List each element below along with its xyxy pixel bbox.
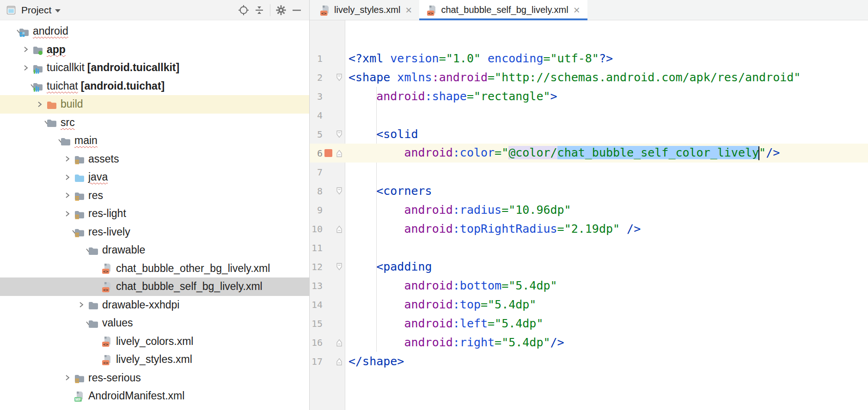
- code-line-1[interactable]: 1<?xml version="1.0" encoding="utf-8"?>: [310, 49, 868, 68]
- svg-text:<>: <>: [103, 342, 109, 347]
- chevron-down-icon[interactable]: [47, 137, 60, 145]
- code-text[interactable]: <shape xmlns:android="http://schemas.and…: [345, 71, 801, 84]
- tree-item-android[interactable]: android: [0, 22, 309, 41]
- code-line-6[interactable]: 6 android:color="@color/chat_bubble_self…: [310, 144, 868, 163]
- tree-item-label: tuicallkit: [47, 61, 85, 74]
- chevron-right-icon[interactable]: [61, 210, 74, 217]
- chevron-right-icon[interactable]: [61, 174, 74, 181]
- code-text[interactable]: <padding: [345, 260, 432, 273]
- chevron-down-icon[interactable]: [55, 9, 61, 12]
- fold-marker-up-icon[interactable]: [334, 149, 345, 157]
- resource-folder-icon: [74, 373, 85, 384]
- code-text[interactable]: <solid: [345, 127, 418, 141]
- toolbar-separator: [270, 4, 270, 16]
- code-text[interactable]: android:topRightRadius="2.19dp" />: [345, 222, 641, 235]
- hide-panel-icon[interactable]: [289, 2, 305, 18]
- fold-marker-up-icon[interactable]: [334, 338, 345, 347]
- tree-item-build[interactable]: build: [0, 95, 309, 114]
- module-folder-icon: [32, 63, 43, 74]
- chevron-right-icon[interactable]: [61, 192, 74, 199]
- locate-icon[interactable]: [236, 2, 251, 18]
- tree-item-tuichat[interactable]: tuichat[android.tuichat]: [0, 77, 309, 96]
- code-line-10[interactable]: 10 android:topRightRadius="2.19dp" />: [310, 219, 868, 238]
- code-line-9[interactable]: 9 android:radius="10.96dp": [310, 200, 868, 219]
- tree-item-res-lively[interactable]: res-lively: [0, 223, 309, 241]
- chevron-down-icon[interactable]: [33, 119, 46, 126]
- code-text[interactable]: android:bottom="5.4dp": [345, 279, 557, 292]
- code-line-14[interactable]: 14 android:top="5.4dp": [310, 295, 868, 314]
- code-line-2[interactable]: 2<shape xmlns:android="http://schemas.an…: [310, 68, 868, 87]
- code-line-13[interactable]: 13 android:bottom="5.4dp": [310, 276, 868, 295]
- fold-marker-down-icon[interactable]: [334, 130, 345, 139]
- tab-chat-bubble-self-bg-lively-xml[interactable]: <>chat_bubble_self_bg_lively.xml×: [419, 0, 587, 20]
- tree-item-res-light[interactable]: res-light: [0, 205, 309, 223]
- tree-item-drawable-xxhdpi[interactable]: drawable-xxhdpi: [0, 296, 309, 314]
- code-line-17[interactable]: 17</shape>: [310, 352, 868, 371]
- code-text[interactable]: android:right="5.4dp"/>: [345, 336, 564, 349]
- tree-item-tuicallkit[interactable]: tuicallkit[android.tuicallkit]: [0, 59, 309, 77]
- tree-item-res[interactable]: res: [0, 187, 309, 205]
- collapse-all-icon[interactable]: [251, 2, 267, 18]
- settings-icon[interactable]: [273, 2, 289, 18]
- code-text[interactable]: android:color="@color/chat_bubble_self_c…: [345, 146, 780, 160]
- code-line-15[interactable]: 15 android:left="5.4dp": [310, 314, 868, 333]
- code-text[interactable]: <?xml version="1.0" encoding="utf-8"?>: [345, 52, 613, 65]
- tree-item-drawable[interactable]: drawable: [0, 241, 309, 259]
- code-text[interactable]: android:shape="rectangle">: [345, 90, 557, 103]
- code-line-11[interactable]: 11: [310, 238, 868, 257]
- chevron-right-icon[interactable]: [19, 64, 32, 72]
- chevron-right-icon[interactable]: [75, 301, 88, 308]
- tree-item-java[interactable]: java: [0, 168, 309, 187]
- code-editor[interactable]: 1<?xml version="1.0" encoding="utf-8"?>2…: [310, 20, 868, 410]
- chevron-right-icon[interactable]: [33, 101, 46, 108]
- code-line-16[interactable]: 16 android:right="5.4dp"/>: [310, 333, 868, 352]
- fold-marker-down-icon[interactable]: [334, 263, 345, 271]
- tree-item-assets[interactable]: assets: [0, 150, 309, 169]
- chevron-down-icon[interactable]: [75, 320, 88, 327]
- code-text[interactable]: android:left="5.4dp": [345, 317, 543, 330]
- tree-item-lively-colors-xml[interactable]: <>lively_colors.xml: [0, 332, 309, 351]
- fold-marker-up-icon[interactable]: [334, 357, 345, 366]
- tree-item-res-serious[interactable]: res-serious: [0, 369, 309, 387]
- color-preview-chip[interactable]: [324, 149, 332, 157]
- code-line-8[interactable]: 8 <corners: [310, 181, 868, 200]
- chevron-down-icon[interactable]: [6, 28, 18, 35]
- chevron-down-icon[interactable]: [19, 82, 32, 90]
- tree-item-label: build: [61, 98, 83, 110]
- xml-file-icon: <>: [102, 355, 113, 366]
- tree-item-androidmanifest-xml[interactable]: MFAndroidManifest.xml: [0, 387, 309, 405]
- chevron-down-icon[interactable]: [75, 247, 88, 254]
- fold-marker-down-icon[interactable]: [334, 187, 345, 195]
- code-text[interactable]: android:top="5.4dp": [345, 298, 536, 311]
- close-tab-icon[interactable]: ×: [405, 6, 412, 15]
- tree-item-src[interactable]: src: [0, 114, 309, 132]
- code-line-3[interactable]: 3 android:shape="rectangle">: [310, 87, 868, 106]
- line-number: 12: [310, 261, 323, 272]
- fold-marker-up-icon[interactable]: [334, 225, 345, 233]
- fold-marker-down-icon[interactable]: [334, 73, 345, 82]
- chevron-right-icon[interactable]: [19, 46, 32, 53]
- code-text[interactable]: android:radius="10.96dp": [345, 203, 571, 217]
- code-text[interactable]: </shape>: [345, 355, 404, 368]
- tree-item-app[interactable]: app: [0, 41, 309, 59]
- line-number: 13: [310, 280, 323, 291]
- tab-lively-styles-xml[interactable]: <>lively_styles.xml×: [312, 0, 419, 20]
- tree-item-chat-bubble-self-bg-lively-xml[interactable]: <>chat_bubble_self_bg_lively.xml: [0, 277, 309, 296]
- tree-item-main[interactable]: main: [0, 132, 309, 150]
- code-line-4[interactable]: 4: [310, 106, 868, 125]
- tree-item-chat-bubble-other-bg-lively-xml[interactable]: <>chat_bubble_other_bg_lively.xml: [0, 259, 309, 278]
- code-text[interactable]: <corners: [345, 184, 432, 198]
- code-line-12[interactable]: 12 <padding: [310, 257, 868, 276]
- tree-item-label: tuichat: [47, 80, 78, 92]
- source-folder-icon: [74, 172, 85, 183]
- chevron-down-icon[interactable]: [61, 228, 74, 235]
- panel-title[interactable]: Project: [21, 5, 51, 16]
- close-tab-icon[interactable]: ×: [574, 6, 580, 15]
- tree-item-values[interactable]: values: [0, 314, 309, 332]
- chevron-right-icon[interactable]: [61, 374, 74, 381]
- chevron-right-icon[interactable]: [61, 155, 74, 163]
- tree-item-lively-styles-xml[interactable]: <>lively_styles.xml: [0, 350, 309, 369]
- code-line-7[interactable]: 7: [310, 163, 868, 181]
- xml-file-icon: <>: [320, 5, 330, 15]
- code-line-5[interactable]: 5 <solid: [310, 125, 868, 144]
